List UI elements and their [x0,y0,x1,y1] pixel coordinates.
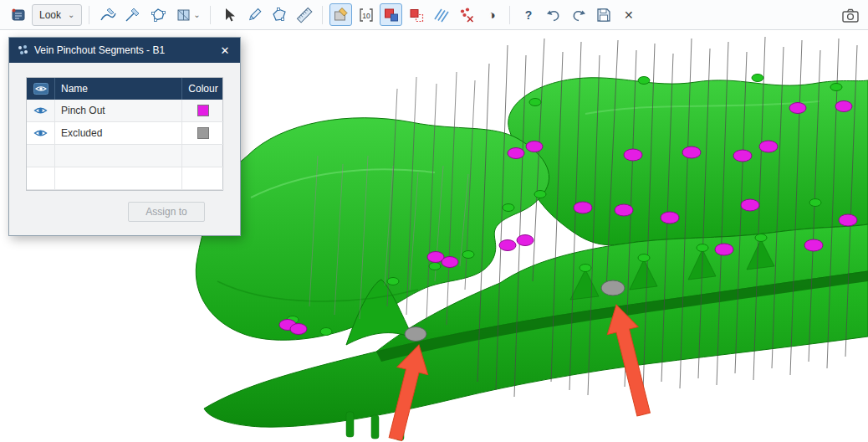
undo-button[interactable] [542,3,564,26]
ruler-button[interactable] [293,3,315,26]
look-label: Look [39,9,61,21]
draw-curve-icon [99,6,117,24]
select-segments-icon [382,6,401,24]
draw-polygon-button[interactable] [146,3,169,26]
ruler-icon [295,6,314,24]
camera-icon [840,6,860,24]
visibility-toggle[interactable] [27,122,55,145]
look-dropdown[interactable]: Look ⌄ [32,4,82,26]
plane-tool-button[interactable]: ⌄ [171,3,203,26]
chevron-down-icon: ⌄ [68,11,74,19]
table-row-empty [27,145,222,167]
pencil-icon [245,6,263,24]
table-row-pinch-out[interactable]: Pinch Out [27,100,222,122]
dialog-title: Vein Pinchout Segments - B1 [34,44,212,56]
segment-name: Pinch Out [55,100,182,122]
interval-selection-button[interactable]: 10 [355,3,377,26]
vein-pinchout-dialog: Vein Pinchout Segments - B1 ✕ Name Colou… [8,37,241,236]
segments-table: Name Colour Pinch Out [26,77,223,191]
toolbar-separator [89,6,89,24]
contrast-icon: ◑ [488,8,495,21]
eye-icon [33,128,48,138]
scene-list-button[interactable] [7,3,29,26]
redo-icon [569,6,588,24]
toolbar-separator [210,6,211,24]
help-icon: ? [525,9,533,21]
remove-selection-button[interactable] [405,3,427,26]
save-floppy-icon [595,6,613,24]
dialog-titlebar[interactable]: Vein Pinchout Segments - B1 ✕ [9,38,240,63]
colour-cell[interactable] [182,122,224,145]
redo-button[interactable] [567,3,590,26]
select-arrow-icon [220,6,238,24]
table-header-row: Name Colour [27,78,222,100]
dialog-close-icon[interactable]: ✕ [217,44,232,57]
dialog-body: Name Colour Pinch Out [9,63,240,235]
scene-list-icon [9,6,28,24]
remove-selection-icon [407,6,426,24]
visibility-column-header [27,78,55,100]
pencil-button[interactable] [243,3,265,26]
draw-on-surface-icon [332,6,350,24]
draw-on-surface-toggle[interactable] [329,3,352,26]
toolbar-separator [509,6,510,24]
toolbar-separator [322,6,323,24]
table-row-excluded[interactable]: Excluded [27,122,222,145]
discard-points-icon [457,6,476,24]
main-toolbar: Look ⌄ [0,0,868,30]
assign-to-button[interactable]: Assign to [128,202,205,222]
visibility-toggle[interactable] [27,100,55,122]
save-button[interactable] [592,3,615,26]
hatch-button[interactable] [430,3,452,26]
draw-line-button[interactable] [121,3,144,26]
select-segments-toggle[interactable] [380,3,402,26]
segment-name: Excluded [55,122,182,145]
help-button[interactable]: ? [517,3,539,26]
polygon-edit-icon [270,6,288,24]
name-column-header: Name [55,78,182,100]
contrast-button[interactable]: ◑ [480,3,503,26]
svg-text:10: 10 [362,11,370,19]
dialog-icon [17,44,28,56]
colour-column-header: Colour [182,78,224,100]
chevron-down-icon: ⌄ [193,10,200,19]
interval-selection-icon: 10 [357,6,375,24]
eye-icon [33,105,48,116]
colour-swatch[interactable] [197,127,209,139]
plane-tool-icon [175,6,193,24]
camera-button[interactable] [839,3,861,26]
polygon-edit-button[interactable] [268,3,290,26]
close-edit-button[interactable]: ✕ [617,3,640,26]
colour-cell[interactable] [182,100,224,122]
hatch-stripes-icon [432,6,451,24]
select-button[interactable] [217,3,240,26]
close-icon: ✕ [624,9,634,21]
draw-polygon-icon [149,6,167,24]
eye-icon [33,83,49,95]
discard-points-button[interactable] [455,3,477,26]
undo-icon [544,6,563,24]
application-window: Look ⌄ [0,0,868,442]
vein-surfaces [196,78,868,440]
draw-curve-button[interactable] [96,3,119,26]
table-row-empty [27,167,222,190]
colour-swatch[interactable] [197,105,209,116]
draw-line-icon [124,6,142,24]
